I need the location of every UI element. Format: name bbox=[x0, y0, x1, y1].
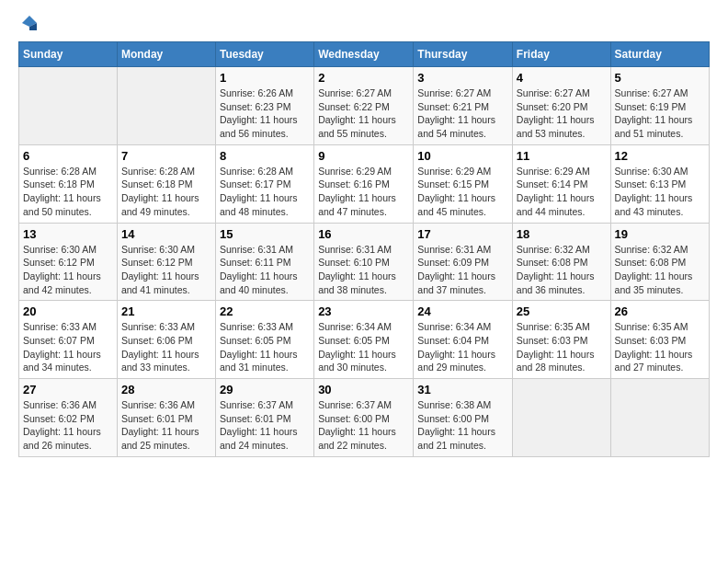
calendar-cell: 5Sunrise: 6:27 AM Sunset: 6:19 PM Daylig… bbox=[610, 67, 709, 145]
calendar-cell bbox=[512, 379, 610, 457]
calendar-cell: 3Sunrise: 6:27 AM Sunset: 6:21 PM Daylig… bbox=[414, 67, 513, 145]
day-of-week-header: Saturday bbox=[610, 42, 709, 67]
day-number: 14 bbox=[121, 227, 211, 241]
day-number: 27 bbox=[23, 383, 113, 396]
calendar-week-row: 1Sunrise: 6:26 AM Sunset: 6:23 PM Daylig… bbox=[19, 67, 710, 145]
calendar-week-row: 13Sunrise: 6:30 AM Sunset: 6:12 PM Dayli… bbox=[19, 223, 710, 301]
calendar-cell: 18Sunrise: 6:32 AM Sunset: 6:08 PM Dayli… bbox=[512, 223, 610, 301]
calendar-cell: 14Sunrise: 6:30 AM Sunset: 6:12 PM Dayli… bbox=[117, 223, 215, 301]
day-info: Sunrise: 6:26 AM Sunset: 6:23 PM Dayligh… bbox=[220, 86, 310, 141]
calendar-cell bbox=[610, 379, 709, 457]
day-number: 25 bbox=[517, 304, 607, 318]
calendar-cell: 7Sunrise: 6:28 AM Sunset: 6:18 PM Daylig… bbox=[117, 144, 215, 223]
day-number: 6 bbox=[23, 149, 113, 163]
day-number: 20 bbox=[23, 304, 113, 318]
day-info: Sunrise: 6:32 AM Sunset: 6:08 PM Dayligh… bbox=[517, 243, 607, 297]
day-number: 16 bbox=[318, 227, 409, 241]
day-of-week-header: Tuesday bbox=[215, 42, 313, 67]
day-number: 22 bbox=[220, 304, 310, 318]
calendar-cell: 4Sunrise: 6:27 AM Sunset: 6:20 PM Daylig… bbox=[512, 67, 610, 145]
calendar-cell: 10Sunrise: 6:29 AM Sunset: 6:15 PM Dayli… bbox=[414, 144, 513, 223]
calendar-cell: 29Sunrise: 6:37 AM Sunset: 6:01 PM Dayli… bbox=[215, 379, 313, 457]
day-number: 5 bbox=[615, 71, 705, 85]
day-info: Sunrise: 6:29 AM Sunset: 6:14 PM Dayligh… bbox=[517, 165, 607, 219]
day-number: 1 bbox=[220, 71, 310, 85]
day-info: Sunrise: 6:27 AM Sunset: 6:22 PM Dayligh… bbox=[318, 86, 409, 141]
day-info: Sunrise: 6:37 AM Sunset: 6:00 PM Dayligh… bbox=[318, 398, 409, 453]
calendar-cell: 28Sunrise: 6:36 AM Sunset: 6:01 PM Dayli… bbox=[117, 379, 215, 457]
calendar-cell: 23Sunrise: 6:34 AM Sunset: 6:05 PM Dayli… bbox=[314, 301, 414, 379]
day-of-week-header: Friday bbox=[512, 42, 610, 67]
day-info: Sunrise: 6:30 AM Sunset: 6:12 PM Dayligh… bbox=[23, 243, 113, 297]
day-number: 26 bbox=[615, 304, 705, 318]
day-number: 9 bbox=[318, 149, 409, 163]
day-info: Sunrise: 6:36 AM Sunset: 6:01 PM Dayligh… bbox=[121, 398, 211, 453]
calendar-cell: 6Sunrise: 6:28 AM Sunset: 6:18 PM Daylig… bbox=[19, 144, 118, 223]
day-info: Sunrise: 6:31 AM Sunset: 6:10 PM Dayligh… bbox=[318, 243, 409, 297]
day-number: 29 bbox=[220, 383, 310, 396]
calendar-cell bbox=[117, 67, 215, 145]
calendar-cell: 20Sunrise: 6:33 AM Sunset: 6:07 PM Dayli… bbox=[19, 301, 118, 379]
day-info: Sunrise: 6:36 AM Sunset: 6:02 PM Dayligh… bbox=[23, 398, 113, 453]
calendar-cell: 27Sunrise: 6:36 AM Sunset: 6:02 PM Dayli… bbox=[19, 379, 118, 457]
calendar-table: SundayMondayTuesdayWednesdayThursdayFrid… bbox=[18, 41, 710, 457]
day-number: 7 bbox=[121, 149, 211, 163]
day-info: Sunrise: 6:35 AM Sunset: 6:03 PM Dayligh… bbox=[517, 320, 607, 374]
day-number: 4 bbox=[517, 71, 607, 85]
day-number: 17 bbox=[417, 227, 508, 241]
day-info: Sunrise: 6:29 AM Sunset: 6:15 PM Dayligh… bbox=[417, 165, 508, 219]
day-of-week-header: Wednesday bbox=[314, 42, 414, 67]
logo-icon bbox=[20, 14, 39, 32]
calendar-cell: 21Sunrise: 6:33 AM Sunset: 6:06 PM Dayli… bbox=[117, 301, 215, 379]
calendar-cell: 11Sunrise: 6:29 AM Sunset: 6:14 PM Dayli… bbox=[512, 144, 610, 223]
day-info: Sunrise: 6:32 AM Sunset: 6:08 PM Dayligh… bbox=[615, 243, 705, 297]
calendar-cell: 24Sunrise: 6:34 AM Sunset: 6:04 PM Dayli… bbox=[414, 301, 513, 379]
day-info: Sunrise: 6:37 AM Sunset: 6:01 PM Dayligh… bbox=[220, 398, 310, 453]
day-number: 19 bbox=[615, 227, 705, 241]
day-number: 8 bbox=[220, 149, 310, 163]
day-info: Sunrise: 6:28 AM Sunset: 6:17 PM Dayligh… bbox=[220, 165, 310, 219]
day-number: 21 bbox=[121, 304, 211, 318]
day-info: Sunrise: 6:33 AM Sunset: 6:06 PM Dayligh… bbox=[121, 320, 211, 374]
day-info: Sunrise: 6:27 AM Sunset: 6:19 PM Dayligh… bbox=[615, 86, 705, 141]
calendar-cell: 8Sunrise: 6:28 AM Sunset: 6:17 PM Daylig… bbox=[215, 144, 313, 223]
day-number: 24 bbox=[417, 304, 508, 318]
day-number: 11 bbox=[517, 149, 607, 163]
logo bbox=[18, 18, 39, 32]
day-info: Sunrise: 6:29 AM Sunset: 6:16 PM Dayligh… bbox=[318, 165, 409, 219]
calendar-cell: 26Sunrise: 6:35 AM Sunset: 6:03 PM Dayli… bbox=[610, 301, 709, 379]
day-number: 15 bbox=[220, 227, 310, 241]
day-info: Sunrise: 6:27 AM Sunset: 6:21 PM Dayligh… bbox=[417, 86, 508, 141]
day-of-week-header: Sunday bbox=[19, 42, 118, 67]
day-info: Sunrise: 6:33 AM Sunset: 6:07 PM Dayligh… bbox=[23, 320, 113, 374]
calendar-cell bbox=[19, 67, 118, 145]
day-info: Sunrise: 6:34 AM Sunset: 6:04 PM Dayligh… bbox=[417, 320, 508, 374]
day-info: Sunrise: 6:30 AM Sunset: 6:13 PM Dayligh… bbox=[615, 165, 705, 219]
day-number: 31 bbox=[417, 383, 508, 396]
calendar-cell: 1Sunrise: 6:26 AM Sunset: 6:23 PM Daylig… bbox=[215, 67, 313, 145]
calendar-cell: 22Sunrise: 6:33 AM Sunset: 6:05 PM Dayli… bbox=[215, 301, 313, 379]
calendar-cell: 2Sunrise: 6:27 AM Sunset: 6:22 PM Daylig… bbox=[314, 67, 414, 145]
calendar-week-row: 27Sunrise: 6:36 AM Sunset: 6:02 PM Dayli… bbox=[19, 379, 710, 457]
calendar-cell: 17Sunrise: 6:31 AM Sunset: 6:09 PM Dayli… bbox=[414, 223, 513, 301]
calendar-cell: 30Sunrise: 6:37 AM Sunset: 6:00 PM Dayli… bbox=[314, 379, 414, 457]
calendar-week-row: 20Sunrise: 6:33 AM Sunset: 6:07 PM Dayli… bbox=[19, 301, 710, 379]
day-info: Sunrise: 6:31 AM Sunset: 6:11 PM Dayligh… bbox=[220, 243, 310, 297]
day-number: 18 bbox=[517, 227, 607, 241]
day-number: 2 bbox=[318, 71, 409, 85]
calendar-cell: 31Sunrise: 6:38 AM Sunset: 6:00 PM Dayli… bbox=[414, 379, 513, 457]
calendar-cell: 15Sunrise: 6:31 AM Sunset: 6:11 PM Dayli… bbox=[215, 223, 313, 301]
day-number: 28 bbox=[121, 383, 211, 396]
day-number: 12 bbox=[615, 149, 705, 163]
calendar-cell: 19Sunrise: 6:32 AM Sunset: 6:08 PM Dayli… bbox=[610, 223, 709, 301]
calendar-cell: 16Sunrise: 6:31 AM Sunset: 6:10 PM Dayli… bbox=[314, 223, 414, 301]
calendar-cell: 12Sunrise: 6:30 AM Sunset: 6:13 PM Dayli… bbox=[610, 144, 709, 223]
calendar-cell: 25Sunrise: 6:35 AM Sunset: 6:03 PM Dayli… bbox=[512, 301, 610, 379]
day-number: 13 bbox=[23, 227, 113, 241]
calendar-cell: 13Sunrise: 6:30 AM Sunset: 6:12 PM Dayli… bbox=[19, 223, 118, 301]
day-info: Sunrise: 6:38 AM Sunset: 6:00 PM Dayligh… bbox=[417, 398, 508, 453]
day-number: 23 bbox=[318, 304, 409, 318]
day-info: Sunrise: 6:35 AM Sunset: 6:03 PM Dayligh… bbox=[615, 320, 705, 374]
day-number: 3 bbox=[417, 71, 508, 85]
day-info: Sunrise: 6:31 AM Sunset: 6:09 PM Dayligh… bbox=[417, 243, 508, 297]
